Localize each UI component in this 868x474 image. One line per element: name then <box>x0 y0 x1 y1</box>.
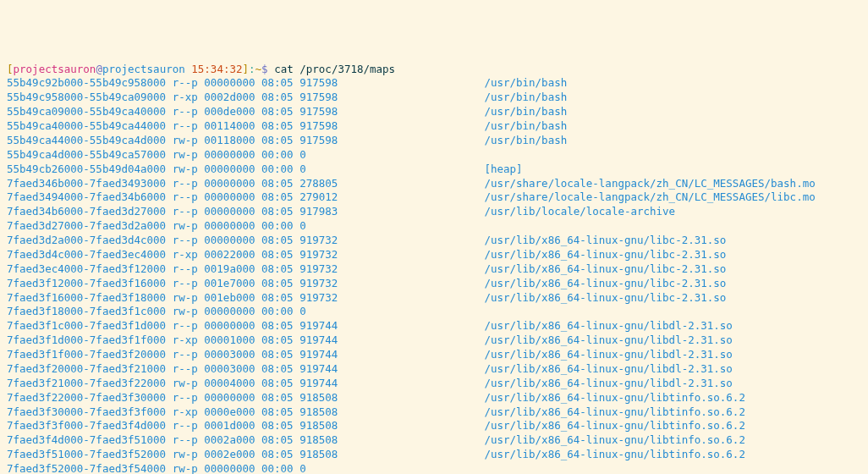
device: 08:05 <box>261 277 299 291</box>
path: /usr/bin/bash <box>484 119 567 134</box>
offset: 001eb000 <box>204 291 261 306</box>
perms: rw-p <box>173 305 205 319</box>
inode: 917598 <box>299 134 344 148</box>
inode: 919744 <box>299 319 344 333</box>
inode: 917983 <box>299 205 344 219</box>
offset: 00004000 <box>204 377 261 391</box>
device: 08:05 <box>261 433 299 448</box>
addr-range: 55b49ca09000-55b49ca40000 <box>7 105 173 119</box>
offset: 00001000 <box>204 333 261 348</box>
prompt-user: projectsauron <box>14 63 96 75</box>
perms: rw-p <box>173 462 205 474</box>
offset: 00022000 <box>204 248 261 262</box>
perms: rw-p <box>173 291 205 306</box>
path: /usr/lib/x86_64-linux-gnu/libtinfo.so.6.… <box>484 405 745 420</box>
inode: 919732 <box>299 248 344 262</box>
offset: 00000000 <box>204 391 261 405</box>
prompt-line: [projectsauron@projectsauron 15:34:32]:~… <box>7 63 861 77</box>
addr-range: 7faed3f16000-7faed3f18000 <box>7 291 173 306</box>
offset: 00000000 <box>204 219 261 234</box>
prompt-sep: : <box>249 63 255 75</box>
maps-row: 7faed3d4c000-7faed3ec4000r-xp0002200008:… <box>7 248 861 262</box>
prompt-time: 15:34:32 <box>191 63 242 75</box>
offset: 00000000 <box>204 190 261 205</box>
inode: 0 <box>299 163 344 177</box>
prompt-dollar: $ <box>261 63 268 75</box>
inode: 0 <box>299 219 344 234</box>
offset: 00000000 <box>204 177 261 191</box>
path: /usr/lib/x86_64-linux-gnu/libc-2.31.so <box>484 234 726 248</box>
addr-range: 7faed3f4d000-7faed3f51000 <box>7 433 173 448</box>
inode: 918508 <box>299 448 344 462</box>
perms: r-xp <box>173 405 205 420</box>
addr-range: 7faed3f21000-7faed3f22000 <box>7 377 173 391</box>
device: 08:05 <box>261 333 299 348</box>
maps-row: 7faed3f21000-7faed3f22000rw-p0000400008:… <box>7 377 861 391</box>
maps-row: 7faed3f3f000-7faed3f4d000r--p0001d00008:… <box>7 419 861 433</box>
device: 08:05 <box>261 319 299 333</box>
device: 08:05 <box>261 190 299 205</box>
device: 00:00 <box>261 148 299 163</box>
addr-range: 7faed3f1c000-7faed3f1d000 <box>7 319 173 333</box>
inode: 278805 <box>299 177 344 191</box>
addr-range: 7faed3d4c000-7faed3ec4000 <box>7 248 173 262</box>
offset: 00003000 <box>204 348 261 362</box>
inode: 919744 <box>299 377 344 391</box>
maps-row: 7faed3f22000-7faed3f30000r--p0000000008:… <box>7 391 861 405</box>
maps-row: 55b49ca09000-55b49ca40000r--p000de00008:… <box>7 105 861 119</box>
perms: rw-p <box>173 219 205 234</box>
offset: 0002e000 <box>204 448 261 462</box>
addr-range: 7faed3f22000-7faed3f30000 <box>7 391 173 405</box>
addr-range: 7faed3f3f000-7faed3f4d000 <box>7 419 173 433</box>
addr-range: 7faed3494000-7faed34b6000 <box>7 190 173 205</box>
addr-range: 7faed3f20000-7faed3f21000 <box>7 362 173 377</box>
path: [heap] <box>484 163 522 177</box>
addr-range: 7faed3f30000-7faed3f3f000 <box>7 405 173 420</box>
maps-row: 7faed3f16000-7faed3f18000rw-p001eb00008:… <box>7 291 861 306</box>
addr-range: 7faed346b000-7faed3493000 <box>7 177 173 191</box>
path: /usr/lib/x86_64-linux-gnu/libc-2.31.so <box>484 291 726 306</box>
terminal-output[interactable]: [projectsauron@projectsauron 15:34:32]:~… <box>7 63 861 475</box>
addr-range: 7faed3f52000-7faed3f54000 <box>7 462 173 474</box>
device: 00:00 <box>261 462 299 474</box>
offset: 00000000 <box>204 305 261 319</box>
perms: r-xp <box>173 333 205 348</box>
addr-range: 7faed3f12000-7faed3f16000 <box>7 277 173 291</box>
inode: 918508 <box>299 405 344 420</box>
offset: 0002d000 <box>204 91 261 105</box>
prompt-at: @ <box>96 63 102 75</box>
device: 08:05 <box>261 76 299 91</box>
perms: r--p <box>173 205 205 219</box>
inode: 917598 <box>299 119 344 134</box>
perms: r--p <box>173 190 205 205</box>
maps-row: 7faed3f1c000-7faed3f1d000r--p0000000008:… <box>7 319 861 333</box>
maps-row: 55b49cb26000-55b49d04a000rw-p0000000000:… <box>7 163 861 177</box>
device: 08:05 <box>261 377 299 391</box>
offset: 00000000 <box>204 205 261 219</box>
maps-row: 7faed3f20000-7faed3f21000r--p0000300008:… <box>7 362 861 377</box>
maps-row: 55b49c92b000-55b49c958000r--p0000000008:… <box>7 76 861 91</box>
perms: r--p <box>173 277 205 291</box>
perms: rw-p <box>173 377 205 391</box>
device: 08:05 <box>261 391 299 405</box>
perms: r--p <box>173 419 205 433</box>
perms: r--p <box>173 105 205 119</box>
maps-row: 7faed3f52000-7faed3f54000rw-p0000000000:… <box>7 462 861 474</box>
maps-row: 7faed3ec4000-7faed3f12000r--p0019a00008:… <box>7 262 861 277</box>
device: 08:05 <box>261 91 299 105</box>
perms: rw-p <box>173 134 205 148</box>
maps-row: 7faed3f30000-7faed3f3f000r-xp0000e00008:… <box>7 405 861 420</box>
path: /usr/lib/x86_64-linux-gnu/libdl-2.31.so <box>484 348 733 362</box>
maps-row: 55b49ca4d000-55b49ca57000rw-p0000000000:… <box>7 148 861 163</box>
perms: r--p <box>173 262 205 277</box>
prompt-host: projectsauron <box>102 63 185 75</box>
maps-row: 7faed3f1f000-7faed3f20000r--p0000300008:… <box>7 348 861 362</box>
perms: r--p <box>173 177 205 191</box>
perms: rw-p <box>173 163 205 177</box>
perms: r--p <box>173 391 205 405</box>
inode: 919744 <box>299 333 344 348</box>
offset: 000de000 <box>204 105 261 119</box>
prompt-open-bracket: [ <box>7 63 14 75</box>
inode: 919732 <box>299 234 344 248</box>
maps-row: 7faed3d27000-7faed3d2a000rw-p0000000000:… <box>7 219 861 234</box>
